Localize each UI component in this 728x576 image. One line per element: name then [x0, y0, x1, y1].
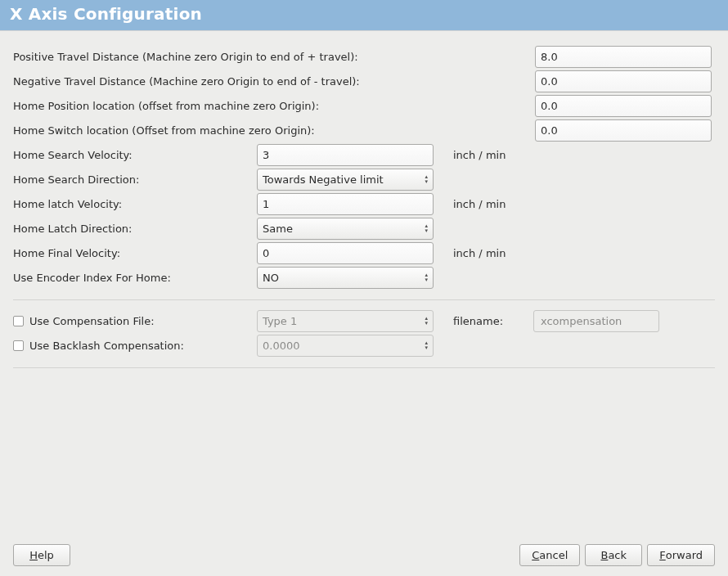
select-home-latch-direction[interactable]: Same ▴▾	[257, 218, 434, 240]
chevron-updown-icon: ▴▾	[425, 223, 428, 233]
cancel-button[interactable]: Cancel	[519, 544, 580, 566]
divider	[13, 299, 715, 300]
checkbox-use-compensation-file[interactable]	[13, 316, 24, 326]
input-home-search-velocity[interactable]	[257, 144, 434, 166]
input-home-final-velocity[interactable]	[257, 242, 434, 264]
back-button-mnemonic: B	[600, 549, 608, 561]
label-home-latch-velocity: Home latch Velocity:	[13, 198, 257, 210]
spin-backlash-value-text: 0.0000	[263, 340, 300, 352]
spinner-arrows-icon: ▴▾	[425, 340, 428, 350]
select-home-latch-direction-value: Same	[263, 223, 293, 235]
forward-button[interactable]: Forward	[647, 544, 715, 566]
form-content: Positive Travel Distance (Machine zero O…	[0, 31, 728, 368]
chevron-updown-icon: ▴▾	[425, 272, 428, 282]
input-home-position[interactable]	[535, 95, 712, 117]
label-home-search-velocity: Home Search Velocity:	[13, 149, 257, 161]
label-home-search-direction: Home Search Direction:	[13, 173, 257, 186]
select-compensation-type: Type 1 ▴▾	[257, 310, 434, 332]
label-negative-travel: Negative Travel Distance (Machine zero O…	[13, 75, 535, 88]
divider	[13, 367, 715, 368]
back-button-rest: ack	[608, 549, 627, 561]
label-home-position: Home Position location (offset from mach…	[13, 100, 535, 112]
label-filename: filename:	[434, 315, 533, 327]
select-use-encoder-index[interactable]: NO ▴▾	[257, 267, 434, 289]
input-home-latch-velocity[interactable]	[257, 193, 434, 215]
forward-button-mnemonic: F	[659, 549, 665, 561]
chevron-updown-icon: ▴▾	[425, 174, 428, 184]
page-title: X Axis Configuration	[0, 0, 728, 31]
input-home-switch[interactable]	[535, 119, 712, 142]
select-home-search-direction-value: Towards Negative limit	[263, 173, 384, 186]
label-home-latch-direction: Home Latch Direction:	[13, 223, 257, 235]
input-filename-placeholder: xcompensation	[541, 315, 622, 327]
spin-backlash-value: 0.0000 ▴▾	[257, 335, 434, 357]
input-positive-travel[interactable]	[535, 46, 712, 68]
unit-home-search-velocity: inch / min	[434, 149, 506, 161]
button-bar: Help Cancel Back Forward	[13, 544, 715, 566]
unit-home-latch-velocity: inch / min	[434, 198, 506, 210]
label-positive-travel: Positive Travel Distance (Machine zero O…	[13, 51, 535, 63]
back-button[interactable]: Back	[585, 544, 642, 566]
input-negative-travel[interactable]	[535, 70, 712, 92]
label-use-backlash-compensation: Use Backlash Compensation:	[29, 340, 257, 352]
input-filename: xcompensation	[533, 310, 659, 332]
label-use-encoder-index: Use Encoder Index For Home:	[13, 272, 257, 284]
select-home-search-direction[interactable]: Towards Negative limit ▴▾	[257, 169, 434, 191]
label-home-final-velocity: Home Final Velocity:	[13, 247, 257, 259]
select-compensation-type-value: Type 1	[263, 315, 297, 327]
cancel-button-rest: ancel	[539, 549, 568, 561]
help-button-rest: elp	[38, 549, 54, 561]
help-button-mnemonic: H	[29, 549, 38, 561]
forward-button-rest: orward	[666, 549, 703, 561]
checkbox-use-backlash-compensation[interactable]	[13, 340, 24, 351]
select-use-encoder-index-value: NO	[263, 272, 279, 284]
help-button[interactable]: Help	[13, 544, 70, 566]
cancel-button-mnemonic: C	[532, 549, 539, 561]
label-home-switch: Home Switch location (Offset from machin…	[13, 124, 535, 137]
unit-home-final-velocity: inch / min	[434, 247, 506, 259]
chevron-updown-icon: ▴▾	[425, 316, 428, 326]
label-use-compensation-file: Use Compensation File:	[29, 315, 257, 327]
